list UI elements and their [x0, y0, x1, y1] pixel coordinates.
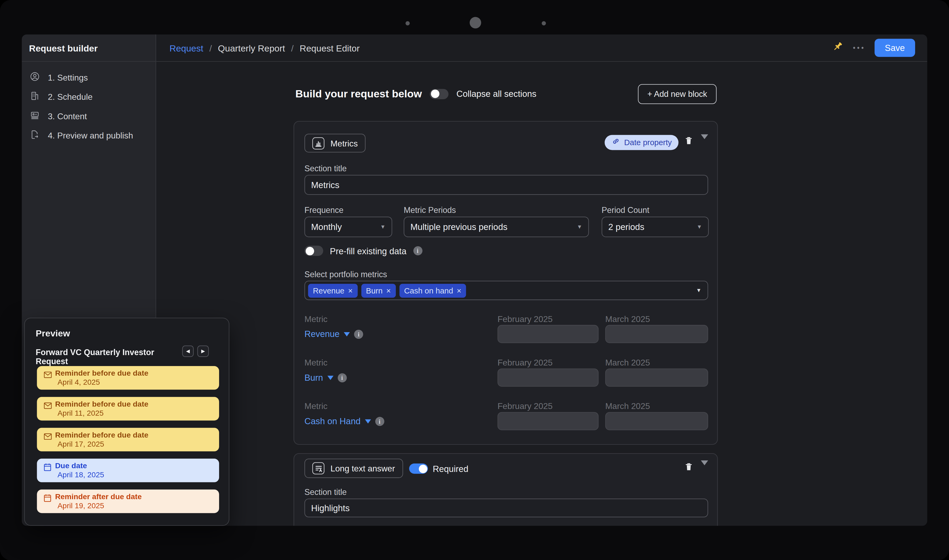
period-column-label: March 2025	[605, 357, 650, 367]
metric-value-input[interactable]	[605, 412, 708, 430]
metric-periods-value: Multiple previous periods	[410, 222, 508, 232]
metric-row: Metric February 2025 March 2025 Burn i	[294, 357, 718, 400]
breadcrumb: Request / Quarterly Report / Request Edi…	[169, 43, 360, 53]
prefill-row: Pre-fill existing data i	[305, 246, 422, 256]
metric-name[interactable]: Revenue	[305, 329, 340, 339]
event-date: April 11, 2025	[57, 409, 103, 417]
collapse-block-chevron-icon[interactable]	[701, 465, 708, 474]
prefill-toggle[interactable]	[305, 246, 323, 256]
delete-block-icon[interactable]	[684, 462, 693, 474]
metric-name[interactable]: Cash on Hand	[305, 416, 360, 426]
sidebar-item-preview-publish[interactable]: 4. Preview and publish	[22, 126, 156, 145]
main-panel: Request / Quarterly Report / Request Edi…	[156, 34, 927, 526]
period-count-select[interactable]: 2 periods ▼	[602, 217, 709, 237]
window-dot	[405, 21, 410, 25]
chevron-down-icon: ▼	[697, 224, 702, 230]
editor-scroll-area: Build your request below Collapse all se…	[156, 62, 927, 526]
sidebar-item-settings[interactable]: 1. Settings	[22, 68, 156, 87]
user-icon	[29, 71, 40, 84]
timeline-event-card: Reminder after due date April 19, 2025	[37, 489, 219, 513]
pin-icon[interactable]	[832, 40, 844, 55]
required-toggle[interactable]	[409, 463, 428, 474]
section-title-input[interactable]: Metrics	[305, 175, 708, 195]
frequence-select[interactable]: Monthly ▼	[305, 217, 392, 237]
metric-tag[interactable]: Cash on hand×	[399, 284, 466, 297]
period-column-label: March 2025	[605, 314, 650, 324]
metric-name-dropdown[interactable]: Burn i	[305, 368, 347, 386]
longtext-block-type-chip[interactable]: Long text answer	[305, 458, 403, 478]
remove-tag-icon[interactable]: ×	[348, 286, 353, 295]
date-property-button[interactable]: Date property	[605, 135, 678, 150]
chevron-down-icon	[365, 419, 371, 423]
toggle-knob	[419, 465, 427, 473]
event-title: Reminder before due date	[55, 431, 148, 439]
info-icon[interactable]: i	[354, 329, 363, 338]
metric-name-dropdown[interactable]: Revenue i	[305, 325, 363, 343]
delete-block-icon[interactable]	[684, 135, 693, 148]
chevron-down-icon: ▼	[380, 224, 385, 230]
metric-name-dropdown[interactable]: Cash on Hand i	[305, 412, 384, 430]
preview-prev-button[interactable]: ◀	[182, 346, 194, 357]
frequence-label: Frequence	[305, 206, 344, 215]
more-menu-icon[interactable]: •••	[853, 44, 866, 51]
section-title-input[interactable]: Highlights	[305, 498, 708, 517]
event-date: April 19, 2025	[57, 502, 104, 510]
breadcrumb-separator: /	[209, 43, 212, 53]
sidebar-item-content[interactable]: 3. Content	[22, 106, 156, 126]
preview-next-button[interactable]: ▶	[197, 346, 209, 357]
metric-value-input[interactable]	[605, 325, 708, 343]
remove-tag-icon[interactable]: ×	[457, 286, 461, 295]
event-date: April 18, 2025	[57, 471, 104, 479]
period-column-label: March 2025	[605, 401, 650, 411]
remove-tag-icon[interactable]: ×	[386, 286, 391, 295]
metric-row: Metric February 2025 March 2025 Cash on …	[294, 401, 718, 444]
toggle-knob	[305, 246, 314, 255]
sidebar-item-label: 1. Settings	[48, 72, 88, 82]
sidebar-item-schedule[interactable]: 2. Schedule	[22, 87, 156, 107]
prev-icon: ◀	[186, 348, 190, 354]
longtext-block-card: Long text answer Required Section title …	[294, 453, 718, 526]
period-count-label: Period Count	[602, 206, 649, 215]
metric-value-input[interactable]	[605, 368, 708, 386]
preview-title: Preview	[36, 328, 70, 338]
metrics-block-type-chip[interactable]: Metrics	[305, 134, 366, 152]
metric-periods-select[interactable]: Multiple previous periods ▼	[404, 217, 589, 237]
calendar-icon	[43, 494, 51, 505]
prefill-label: Pre-fill existing data	[330, 246, 407, 255]
metrics-block-card: Metrics Date property Section title Metr…	[294, 121, 718, 445]
metric-value-input[interactable]	[498, 325, 599, 343]
metric-tag[interactable]: Revenue×	[308, 284, 357, 297]
collapse-block-chevron-icon[interactable]	[701, 139, 708, 148]
required-row: Required	[409, 463, 468, 474]
metric-value-input[interactable]	[498, 412, 599, 430]
topbar-actions: ••• Save	[832, 39, 915, 57]
content-card-icon	[29, 110, 40, 123]
save-button[interactable]: Save	[875, 39, 915, 57]
collapse-all-toggle[interactable]	[430, 89, 448, 99]
tag-label: Burn	[366, 286, 382, 295]
period-column-label: February 2025	[498, 401, 553, 411]
breadcrumb-request-editor: Request Editor	[300, 43, 360, 53]
section-title-value: Metrics	[311, 180, 339, 190]
add-new-block-button[interactable]: + Add new block	[638, 84, 716, 104]
metric-value-input[interactable]	[498, 368, 599, 386]
breadcrumb-quarterly-report[interactable]: Quarterly Report	[218, 43, 285, 53]
long-text-icon	[312, 462, 324, 474]
metric-tag[interactable]: Burn×	[361, 284, 396, 297]
page-title: Build your request below	[296, 88, 422, 100]
envelope-icon	[43, 401, 52, 412]
preview-request-name: Forward VC Quarterly Investor Request	[36, 348, 180, 366]
metric-column-label: Metric	[305, 401, 327, 411]
envelope-icon	[43, 432, 52, 443]
info-icon[interactable]: i	[413, 246, 422, 255]
event-date: April 4, 2025	[57, 378, 100, 386]
window-dot	[542, 21, 546, 25]
metric-name[interactable]: Burn	[305, 373, 323, 382]
info-icon[interactable]: i	[375, 417, 384, 426]
metric-column-label: Metric	[305, 314, 327, 324]
info-icon[interactable]: i	[337, 373, 347, 382]
chevron-down-icon[interactable]: ▼	[696, 287, 701, 294]
chevron-down-icon: ▼	[577, 224, 582, 230]
portfolio-metrics-multiselect[interactable]: Revenue× Burn× Cash on hand× ▼	[305, 281, 708, 300]
breadcrumb-request[interactable]: Request	[169, 43, 203, 53]
